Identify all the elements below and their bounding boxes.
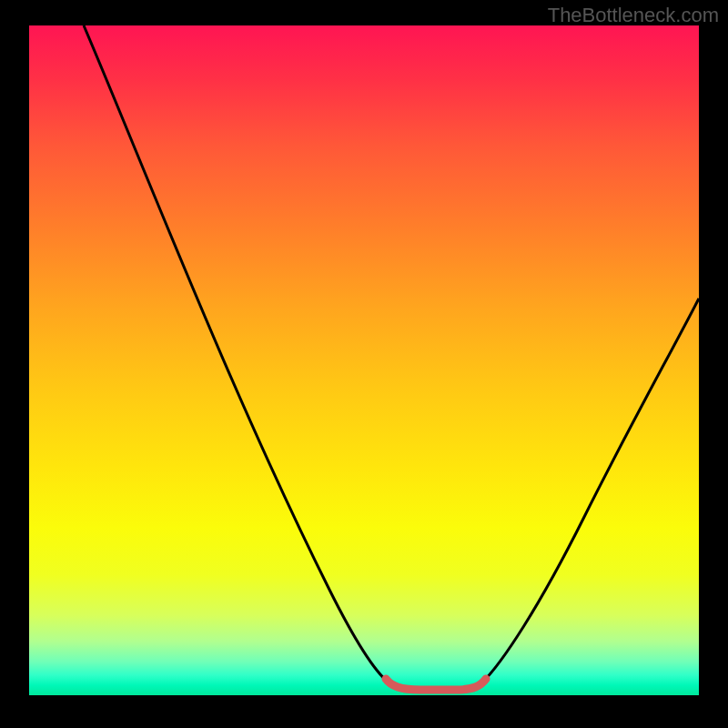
chart-container: TheBottleneck.com [0,0,728,728]
curve-right-branch [482,298,699,682]
watermark-text: TheBottleneck.com [548,4,719,27]
curve-left-branch [84,25,389,682]
optimal-range-marker [386,679,486,690]
bottleneck-curve [29,25,699,695]
